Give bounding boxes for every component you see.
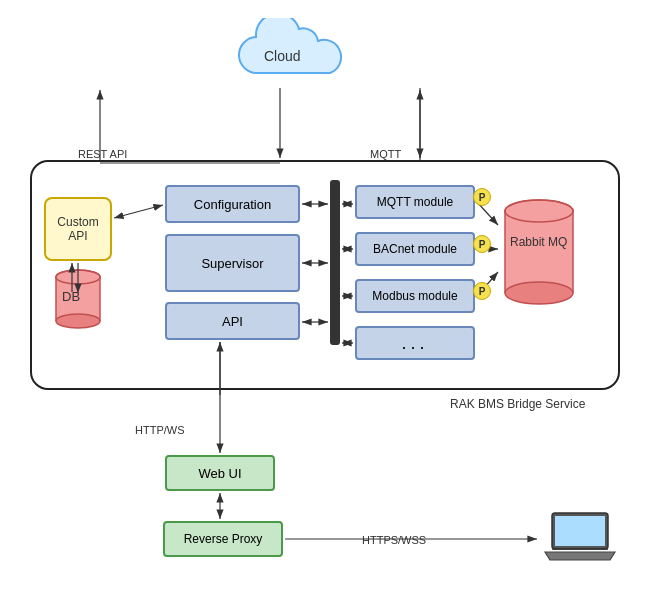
svg-point-2 xyxy=(56,314,100,328)
modbus-module-label: Modbus module xyxy=(372,289,457,303)
rabbitmq-label: Rabbit MQ xyxy=(510,235,567,251)
p-badge-3: P xyxy=(473,282,491,300)
mqtt-module-label: MQTT module xyxy=(377,195,453,209)
p-badge-1: P xyxy=(473,188,491,206)
bacnet-module-label: BACnet module xyxy=(373,242,457,256)
svg-point-8 xyxy=(505,282,573,304)
service-box-label: RAK BMS Bridge Service xyxy=(450,397,585,411)
api-label: API xyxy=(222,314,243,329)
svg-rect-7 xyxy=(505,211,573,293)
reverseproxy-box: Reverse Proxy xyxy=(163,521,283,557)
divider-bar xyxy=(330,180,340,345)
custom-api-label: CustomAPI xyxy=(57,215,98,243)
db-label: DB xyxy=(62,289,80,304)
p-badge-2: P xyxy=(473,235,491,253)
cloud-label: Cloud xyxy=(264,48,301,64)
rest-api-label: REST API xyxy=(78,148,127,160)
http-ws-label: HTTP/WS xyxy=(135,424,185,436)
supervisor-label: Supervisor xyxy=(201,256,263,271)
svg-rect-13 xyxy=(555,516,605,546)
mqtt-module-box: MQTT module xyxy=(355,185,475,219)
config-box: Configuration xyxy=(165,185,300,223)
dots-module-box: ... xyxy=(355,326,475,360)
laptop-icon xyxy=(540,508,620,568)
reverseproxy-label: Reverse Proxy xyxy=(184,532,263,546)
modbus-module-box: Modbus module xyxy=(355,279,475,313)
supervisor-box: Supervisor xyxy=(165,234,300,292)
webui-label: Web UI xyxy=(198,466,241,481)
bacnet-module-box: BACnet module xyxy=(355,232,475,266)
webui-box: Web UI xyxy=(165,455,275,491)
dots-label: ... xyxy=(401,333,428,354)
custom-api-box: CustomAPI xyxy=(44,197,112,261)
config-label: Configuration xyxy=(194,197,271,212)
api-box: API xyxy=(165,302,300,340)
https-wss-label: HTTPS/WSS xyxy=(362,534,426,546)
rabbitmq-cylinder xyxy=(500,197,578,307)
diagram: Cloud RAK BMS Bridge Service CustomAPI D… xyxy=(0,0,663,596)
mqtt-label: MQTT xyxy=(370,148,401,160)
